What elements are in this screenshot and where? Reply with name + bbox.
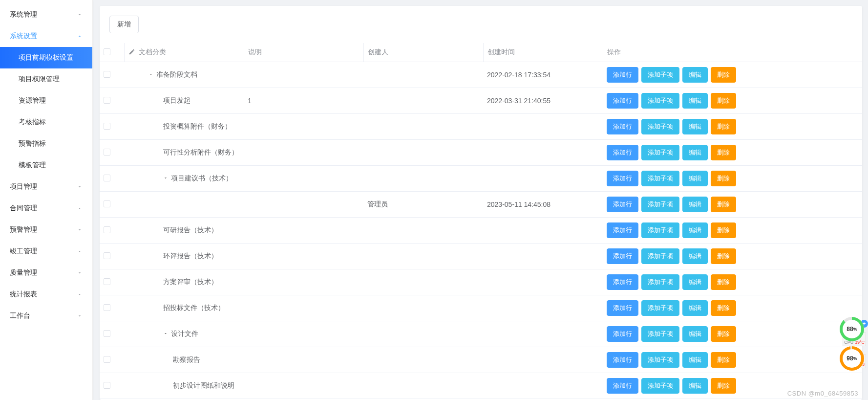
- row-checkbox[interactable]: [104, 175, 110, 181]
- delete-button[interactable]: 删除: [711, 171, 736, 186]
- cell-category: 勘察报告: [124, 347, 244, 373]
- add-row-button[interactable]: 添加行: [607, 67, 638, 83]
- add-row-button[interactable]: 添加行: [607, 93, 638, 109]
- delete-button[interactable]: 删除: [711, 145, 736, 160]
- row-checkbox[interactable]: [104, 382, 110, 389]
- sidebar-item-label: 资源管理: [19, 96, 46, 105]
- edit-button[interactable]: 编辑: [682, 300, 708, 316]
- add-child-button[interactable]: 添加子项: [641, 274, 679, 290]
- edit-button[interactable]: 编辑: [682, 67, 708, 83]
- delete-button[interactable]: 删除: [711, 326, 736, 342]
- sidebar-item-14[interactable]: 工作台: [0, 305, 92, 327]
- cell-desc: [244, 218, 363, 244]
- add-child-button[interactable]: 添加子项: [641, 93, 679, 109]
- add-child-button[interactable]: 添加子项: [641, 197, 679, 212]
- sidebar-item-8[interactable]: 项目管理: [0, 176, 92, 198]
- cell-actions: 添加行添加子项编辑删除: [603, 62, 862, 88]
- add-row-button[interactable]: 添加行: [607, 300, 638, 316]
- add-child-button[interactable]: 添加子项: [641, 171, 679, 186]
- row-name: 初步设计图纸和说明: [173, 381, 234, 389]
- header-checkbox[interactable]: [100, 43, 124, 62]
- sidebar-item-12[interactable]: 质量管理: [0, 262, 92, 284]
- delete-button[interactable]: 删除: [711, 352, 736, 368]
- add-child-button[interactable]: 添加子项: [641, 352, 679, 368]
- add-button[interactable]: 新增: [109, 16, 139, 33]
- delete-button[interactable]: 删除: [711, 274, 736, 290]
- edit-button[interactable]: 编辑: [682, 145, 708, 160]
- add-row-button[interactable]: 添加行: [607, 222, 638, 238]
- edit-button[interactable]: 编辑: [682, 326, 708, 342]
- add-row-button[interactable]: 添加行: [607, 145, 638, 160]
- row-checkbox[interactable]: [104, 252, 110, 259]
- delete-button[interactable]: 删除: [711, 248, 736, 264]
- delete-button[interactable]: 删除: [711, 67, 736, 83]
- row-checkbox[interactable]: [104, 149, 110, 156]
- edit-button[interactable]: 编辑: [682, 119, 708, 134]
- sidebar-item-2[interactable]: 项目前期模板设置: [0, 47, 92, 68]
- add-row-button[interactable]: 添加行: [607, 119, 638, 134]
- row-checkbox[interactable]: [104, 304, 110, 311]
- delete-button[interactable]: 删除: [711, 197, 736, 212]
- add-child-button[interactable]: 添加子项: [641, 145, 679, 160]
- delete-button[interactable]: 删除: [711, 93, 736, 109]
- delete-button[interactable]: 删除: [711, 300, 736, 316]
- row-name: 可研报告（技术）: [163, 226, 218, 234]
- cell-time: 2022-03-31 21:40:55: [483, 88, 603, 114]
- row-checkbox[interactable]: [104, 278, 110, 285]
- add-row-button[interactable]: 添加行: [607, 248, 638, 264]
- gauge-top[interactable]: 88%: [840, 317, 864, 341]
- row-checkbox[interactable]: [104, 330, 110, 337]
- sidebar-item-7[interactable]: 模板管理: [0, 155, 92, 176]
- cell-creator: [363, 321, 483, 347]
- delete-button[interactable]: 删除: [711, 119, 736, 134]
- row-checkbox[interactable]: [104, 356, 110, 363]
- row-name: 环评报告（技术）: [163, 252, 218, 260]
- row-checkbox[interactable]: [104, 200, 110, 207]
- add-row-button[interactable]: 添加行: [607, 378, 638, 394]
- add-child-button[interactable]: 添加子项: [641, 300, 679, 316]
- edit-button[interactable]: 编辑: [682, 248, 708, 264]
- cell-desc: [244, 192, 363, 218]
- sidebar-item-6[interactable]: 预警指标: [0, 133, 92, 155]
- cell-actions: 添加行添加子项编辑删除: [603, 140, 862, 166]
- delete-button[interactable]: 删除: [711, 378, 736, 394]
- sidebar-item-4[interactable]: 资源管理: [0, 90, 92, 111]
- sidebar-item-3[interactable]: 项目权限管理: [0, 68, 92, 90]
- add-child-button[interactable]: 添加子项: [641, 222, 679, 238]
- add-row-button[interactable]: 添加行: [607, 274, 638, 290]
- edit-button[interactable]: 编辑: [682, 197, 708, 212]
- row-checkbox[interactable]: [104, 71, 110, 78]
- gauge-bottom[interactable]: 98%: [840, 346, 864, 371]
- edit-button[interactable]: 编辑: [682, 352, 708, 368]
- edit-button[interactable]: 编辑: [682, 222, 708, 238]
- sidebar-item-10[interactable]: 预警管理: [0, 219, 92, 241]
- cell-category: 设计文件: [124, 321, 244, 347]
- sidebar-item-0[interactable]: 系统管理: [0, 4, 92, 25]
- sidebar-item-1[interactable]: 系统设置: [0, 25, 92, 47]
- sidebar-item-13[interactable]: 统计报表: [0, 284, 92, 305]
- sidebar-item-9[interactable]: 合同管理: [0, 198, 92, 219]
- add-child-button[interactable]: 添加子项: [641, 326, 679, 342]
- add-child-button[interactable]: 添加子项: [641, 248, 679, 264]
- tree-toggle-icon[interactable]: [163, 330, 168, 337]
- add-row-button[interactable]: 添加行: [607, 197, 638, 212]
- add-row-button[interactable]: 添加行: [607, 171, 638, 186]
- add-row-button[interactable]: 添加行: [607, 352, 638, 368]
- tree-toggle-icon[interactable]: [163, 174, 168, 182]
- add-child-button[interactable]: 添加子项: [641, 67, 679, 83]
- add-child-button[interactable]: 添加子项: [641, 378, 679, 394]
- edit-button[interactable]: 编辑: [682, 378, 708, 394]
- tree-toggle-icon[interactable]: [148, 70, 153, 78]
- add-child-button[interactable]: 添加子项: [641, 119, 679, 134]
- sidebar-item-5[interactable]: 考核指标: [0, 111, 92, 133]
- sidebar-item-11[interactable]: 竣工管理: [0, 241, 92, 262]
- row-checkbox[interactable]: [104, 97, 110, 104]
- delete-button[interactable]: 删除: [711, 222, 736, 238]
- row-checkbox[interactable]: [104, 123, 110, 130]
- table-row: 初步设计图纸和说明添加行添加子项编辑删除: [100, 373, 862, 399]
- edit-button[interactable]: 编辑: [682, 93, 708, 109]
- row-checkbox[interactable]: [104, 226, 110, 233]
- edit-button[interactable]: 编辑: [682, 274, 708, 290]
- edit-button[interactable]: 编辑: [682, 171, 708, 186]
- add-row-button[interactable]: 添加行: [607, 326, 638, 342]
